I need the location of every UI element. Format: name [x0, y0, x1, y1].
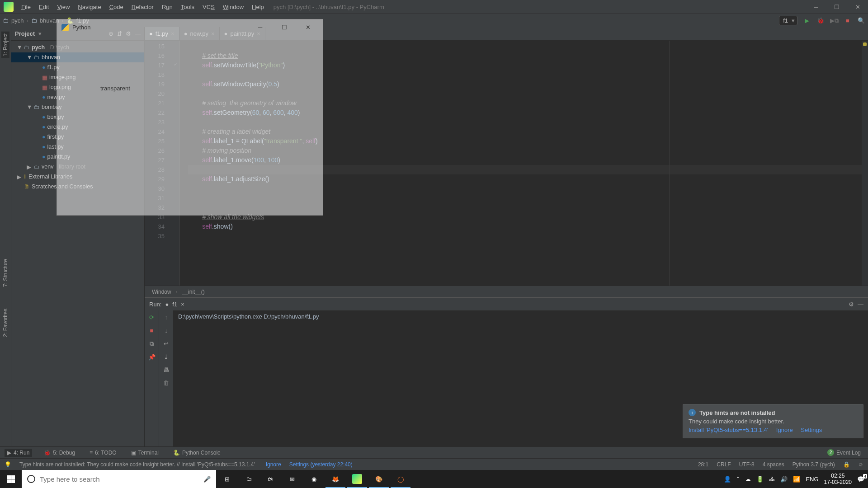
pywin-label: transparent	[100, 85, 130, 92]
jupyter-icon[interactable]: ◯	[390, 470, 411, 488]
crumb-class[interactable]: Window	[152, 289, 171, 295]
rerun-icon[interactable]: ⟳	[149, 314, 154, 321]
status-tip-icon: 💡	[5, 461, 11, 468]
menu-code[interactable]: Code	[105, 1, 127, 13]
status-indent[interactable]: 4 spaces	[763, 461, 784, 468]
menu-run[interactable]: Run	[158, 1, 177, 13]
notif-install-link[interactable]: Install 'PyQt5-stubs==5.13.1.4'	[689, 427, 768, 433]
clear-all-icon[interactable]: 🗑	[163, 380, 169, 386]
search-everywhere-icon[interactable]: 🔍	[857, 17, 865, 25]
predator-icon[interactable]: ◉	[303, 470, 325, 488]
tray-chevron-icon[interactable]: ˄	[736, 476, 740, 483]
btab-pyconsole[interactable]: 🐍Python Console	[170, 449, 223, 457]
pycharm-taskbar-icon[interactable]	[346, 470, 368, 488]
menu-refactor[interactable]: Refactor	[127, 1, 158, 13]
language-indicator[interactable]: ENG	[806, 476, 818, 483]
ms-store-icon[interactable]: 🛍	[259, 470, 281, 488]
debug-button-icon[interactable]: 🐞	[816, 17, 825, 25]
people-icon[interactable]: 👤	[724, 476, 731, 483]
warning-marker-icon[interactable]	[863, 42, 867, 46]
menu-edit[interactable]: Edit	[35, 1, 53, 13]
network-icon[interactable]: 🖧	[769, 476, 775, 483]
wifi-icon[interactable]: 📶	[793, 476, 800, 483]
run-hide-icon[interactable]: —	[858, 301, 863, 308]
run-button-icon[interactable]: ▶	[803, 17, 811, 25]
folder-icon: 🗀	[3, 17, 9, 24]
volume-icon[interactable]: 🔊	[780, 476, 788, 483]
clock[interactable]: 02:2517-03-2020	[824, 473, 852, 485]
window-maximize-icon[interactable]: ☐	[826, 0, 847, 14]
window-close-icon[interactable]: ✕	[847, 0, 868, 14]
menu-tools[interactable]: Tools	[177, 1, 198, 13]
battery-icon[interactable]: 🔋	[756, 476, 764, 483]
start-button[interactable]	[0, 470, 22, 488]
status-settings-link[interactable]: Settings (yesterday 22:40)	[289, 461, 353, 468]
run-config-select[interactable]: f1	[779, 16, 797, 25]
window-minimize-icon[interactable]: ─	[806, 0, 826, 14]
task-view-icon[interactable]: ⊞	[216, 470, 238, 488]
file-explorer-icon[interactable]: 🗂	[238, 470, 259, 488]
firefox-icon[interactable]: 🦊	[325, 470, 346, 488]
search-input[interactable]	[40, 475, 199, 483]
status-hector-icon[interactable]: ☺	[858, 461, 863, 468]
stop-run-icon[interactable]: ■	[150, 327, 154, 334]
paint-icon[interactable]: 🎨	[368, 470, 390, 488]
menu-window[interactable]: Window	[219, 1, 248, 13]
notif-settings-link[interactable]: Settings	[801, 427, 822, 433]
onedrive-icon[interactable]: ☁	[745, 476, 751, 483]
btab-run[interactable]: ▶4: Run	[5, 449, 32, 457]
notif-body: They could make code insight better.	[689, 418, 858, 425]
menu-help[interactable]: Help	[248, 1, 268, 13]
taskbar-search[interactable]: 🎤	[22, 470, 216, 488]
status-encoding[interactable]: UTF-8	[739, 461, 755, 468]
menu-navigate[interactable]: Navigate	[74, 1, 105, 13]
tool-favorites-tab[interactable]: 2: Favorites	[1, 307, 9, 339]
btab-terminal[interactable]: ▣Terminal	[128, 449, 161, 457]
down-icon[interactable]: ↓	[165, 327, 168, 334]
pin-icon[interactable]: 📌	[148, 354, 156, 361]
python-icon	[61, 24, 69, 31]
scroll-to-end-icon[interactable]: ⤓	[164, 353, 169, 360]
soft-wrap-icon[interactable]: ↩	[164, 340, 169, 347]
crumb-root[interactable]: pych	[11, 17, 24, 24]
crumb-method[interactable]: __init__()	[182, 289, 205, 295]
project-panel-title: Project	[15, 30, 35, 37]
pywin-minimize-icon[interactable]: ─	[250, 24, 270, 31]
project-view-dropdown-icon[interactable]: ▾	[38, 30, 42, 37]
pywin-close-icon[interactable]: ✕	[298, 24, 318, 31]
menu-vcs[interactable]: VCS	[198, 1, 219, 13]
btab-label: 6: TODO	[95, 450, 117, 456]
menu-view[interactable]: View	[53, 1, 74, 13]
btab-label: Python Console	[182, 450, 221, 456]
notif-title: Type hints are not installed	[699, 409, 775, 416]
run-config-label: f1	[783, 17, 788, 24]
pywin-maximize-icon[interactable]: ☐	[274, 24, 294, 31]
mail-icon[interactable]: ✉	[281, 470, 303, 488]
btab-eventlog[interactable]: 2Event Log	[825, 448, 863, 457]
error-stripe[interactable]	[862, 41, 868, 286]
layout-icon[interactable]: ⧉	[150, 340, 154, 347]
run-settings-icon[interactable]: ⚙	[849, 301, 854, 308]
tool-structure-tab[interactable]: 7: Structure	[1, 257, 9, 289]
status-ignore-link[interactable]: Ignore	[266, 461, 281, 468]
mic-icon[interactable]: 🎤	[203, 476, 211, 483]
btab-debug[interactable]: 🐞5: Debug	[41, 449, 78, 457]
run-config-name: f1	[172, 301, 177, 308]
btab-todo[interactable]: ≡6: TODO	[87, 449, 119, 457]
tree-root[interactable]: pych	[32, 44, 45, 51]
stop-button-icon[interactable]: ■	[844, 17, 852, 25]
status-lock-icon[interactable]: 🔒	[843, 461, 850, 468]
print-icon[interactable]: 🖶	[163, 366, 169, 373]
python-app-window[interactable]: Python ─ ☐ ✕ transparent	[57, 19, 323, 216]
tree-venv[interactable]: venv	[42, 164, 53, 170]
menu-file[interactable]: File	[17, 1, 35, 13]
action-center-icon[interactable]: 💬4	[857, 476, 864, 483]
status-cursor[interactable]: 28:1	[698, 461, 708, 468]
close-run-tab-icon[interactable]: ×	[181, 301, 184, 308]
up-icon[interactable]: ↑	[165, 314, 168, 321]
status-lineend[interactable]: CRLF	[717, 461, 731, 468]
run-with-coverage-icon[interactable]: ▶⧉	[830, 17, 838, 25]
tool-project-tab[interactable]: 1: Project	[1, 32, 9, 58]
notif-ignore-link[interactable]: Ignore	[776, 427, 793, 433]
status-interpreter[interactable]: Python 3.7 (pych)	[793, 461, 835, 468]
